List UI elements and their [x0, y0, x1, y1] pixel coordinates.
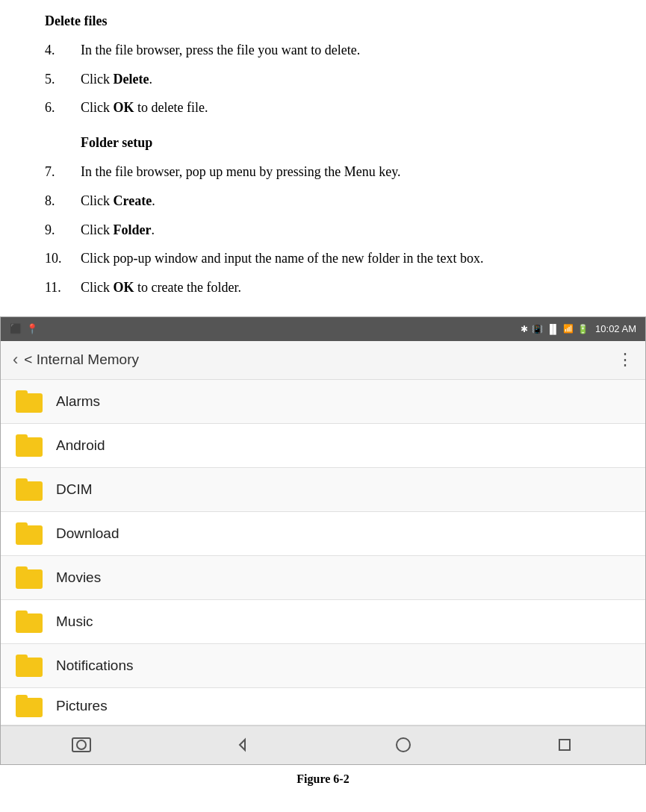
- step-8-text: Click Create.: [81, 190, 601, 212]
- file-list: Alarms Android DCIM Download: [1, 380, 645, 725]
- list-item[interactable]: Download: [1, 512, 645, 556]
- folder-name: Music: [56, 613, 93, 630]
- svg-rect-2: [559, 740, 570, 750]
- folder-icon: [16, 610, 43, 633]
- step-11: 11. Click OK to create the folder.: [45, 277, 601, 299]
- step-10: 10. Click pop-up window and input the na…: [45, 248, 601, 269]
- list-item[interactable]: DCIM: [1, 468, 645, 512]
- vibrate-icon: 📳: [532, 324, 543, 334]
- back-nav-icon: [235, 737, 251, 753]
- step-6: 6. Click OK to delete file.: [45, 97, 601, 119]
- step-5-num: 5.: [45, 69, 81, 90]
- folder-name: DCIM: [56, 481, 93, 498]
- folder-icon: [16, 478, 43, 501]
- status-bar-left: ⬛ 📍: [10, 323, 38, 334]
- folder-name: Alarms: [56, 393, 100, 410]
- status-bar-right: ✱ 📳 ▐▌ 📶 🔋 10:02 AM: [521, 323, 636, 334]
- svg-marker-0: [240, 740, 245, 750]
- list-item[interactable]: Alarms: [1, 380, 645, 424]
- overflow-menu-icon[interactable]: ⋮: [617, 350, 633, 369]
- step-heading: Delete files: [45, 10, 107, 32]
- step-9-num: 9.: [45, 219, 81, 241]
- nav-bar: [1, 725, 645, 764]
- recents-icon: [556, 737, 573, 753]
- folder-name: Pictures: [56, 698, 108, 714]
- back-arrow-icon[interactable]: ‹: [13, 350, 18, 369]
- step-5-text: Click Delete.: [81, 69, 601, 90]
- step-10-num: 10.: [45, 248, 81, 269]
- title-bar-text: < Internal Memory: [24, 352, 139, 368]
- folder-icon: [16, 522, 43, 545]
- step-5: 5. Click Delete.: [45, 69, 601, 90]
- folder-icon: [16, 434, 43, 457]
- step-9: 9. Click Folder.: [45, 219, 601, 241]
- battery-icon: 🔋: [577, 324, 588, 334]
- camera-icon: [72, 737, 91, 752]
- home-button[interactable]: [381, 730, 426, 760]
- recents-button[interactable]: [542, 730, 587, 760]
- step-8-num: 8.: [45, 190, 81, 212]
- folder-heading-spacer: [45, 132, 81, 154]
- step-6-num: 6.: [45, 97, 81, 119]
- home-icon: [395, 737, 411, 753]
- folder-name: Download: [56, 525, 119, 542]
- title-bar-left[interactable]: ‹ < Internal Memory: [13, 350, 139, 369]
- folder-heading-text: Folder setup: [81, 132, 601, 154]
- list-item-notifications[interactable]: Notifications: [1, 644, 645, 688]
- title-bar: ‹ < Internal Memory ⋮: [1, 341, 645, 380]
- menu-button[interactable]: ⋮: [617, 350, 633, 369]
- step-9-text: Click Folder.: [81, 219, 601, 241]
- folder-icon: [16, 566, 43, 589]
- folder-icon: [16, 695, 43, 717]
- step-7-text: In the file browser, pop up menu by pres…: [81, 161, 601, 183]
- figure-caption: Figure 6-2: [0, 772, 646, 786]
- screen-icon: ⬛: [10, 323, 22, 334]
- step-7: 7. In the file browser, pop up menu by p…: [45, 161, 601, 183]
- folder-name-notifications: Notifications: [56, 658, 134, 674]
- step-4-text: In the file browser, press the file you …: [81, 40, 601, 61]
- svg-point-1: [397, 738, 410, 752]
- folder-name: Movies: [56, 569, 101, 586]
- delete-heading: Delete files: [45, 13, 107, 28]
- folder-icon: [16, 655, 43, 677]
- bluetooth-icon: ✱: [521, 324, 528, 334]
- step-10-text: Click pop-up window and input the name o…: [81, 248, 601, 269]
- camera-button[interactable]: [59, 730, 104, 760]
- pin-icon: 📍: [26, 323, 38, 334]
- step-11-text: Click OK to create the folder.: [81, 277, 601, 299]
- signal-bars-icon: ▐▌: [547, 324, 559, 334]
- list-item[interactable]: Android: [1, 424, 645, 468]
- android-screenshot: ⬛ 📍 ✱ 📳 ▐▌ 📶 🔋 10:02 AM ‹ < Internal Mem…: [0, 316, 646, 765]
- step-6-text: Click OK to delete file.: [81, 97, 601, 119]
- time-display: 10:02 AM: [595, 323, 636, 334]
- step-7-num: 7.: [45, 161, 81, 183]
- figure-caption-text: Figure 6-2: [296, 772, 349, 785]
- step-4: 4. In the file browser, press the file y…: [45, 40, 601, 61]
- folder-icon: [16, 390, 43, 413]
- instructions-section: Delete files 4. In the file browser, pre…: [0, 0, 646, 299]
- list-item[interactable]: Movies: [1, 556, 645, 600]
- wifi-icon: 📶: [563, 324, 574, 334]
- step-8: 8. Click Create.: [45, 190, 601, 212]
- step-11-num: 11.: [45, 277, 81, 299]
- folder-heading: Folder setup: [81, 135, 152, 150]
- list-item[interactable]: Pictures: [1, 688, 645, 725]
- list-item[interactable]: Music: [1, 600, 645, 644]
- status-bar: ⬛ 📍 ✱ 📳 ▐▌ 📶 🔋 10:02 AM: [1, 317, 645, 341]
- step-4-num: 4.: [45, 40, 81, 61]
- back-button[interactable]: [220, 730, 265, 760]
- folder-setup-heading-row: Folder setup: [45, 132, 601, 154]
- folder-name: Android: [56, 437, 105, 454]
